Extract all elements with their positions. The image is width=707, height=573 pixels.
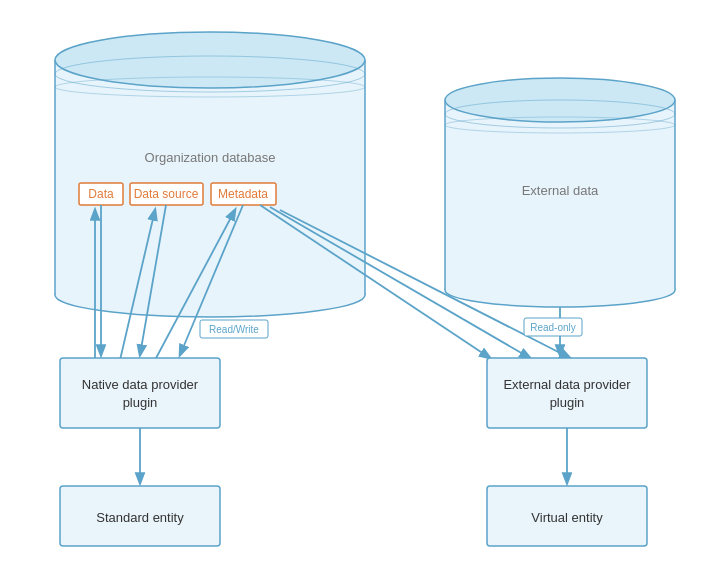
svg-text:Native data provider: Native data provider [82, 377, 199, 392]
svg-text:Data source: Data source [134, 187, 199, 201]
svg-text:External data: External data [522, 183, 599, 198]
svg-text:plugin: plugin [550, 395, 585, 410]
svg-text:Read-only: Read-only [530, 322, 576, 333]
svg-text:Metadata: Metadata [218, 187, 268, 201]
diagram-container: Data Data source Metadata Read/Write [0, 0, 707, 573]
svg-text:Standard entity: Standard entity [96, 510, 184, 525]
svg-text:Data: Data [88, 187, 114, 201]
svg-text:Organization database: Organization database [145, 150, 276, 165]
svg-rect-34 [60, 358, 220, 428]
svg-text:Virtual entity: Virtual entity [531, 510, 603, 525]
diagram-svg: Data Data source Metadata Read/Write [0, 0, 707, 573]
svg-text:plugin: plugin [123, 395, 158, 410]
svg-rect-37 [487, 358, 647, 428]
svg-text:External data provider: External data provider [503, 377, 631, 392]
svg-text:Read/Write: Read/Write [209, 324, 259, 335]
